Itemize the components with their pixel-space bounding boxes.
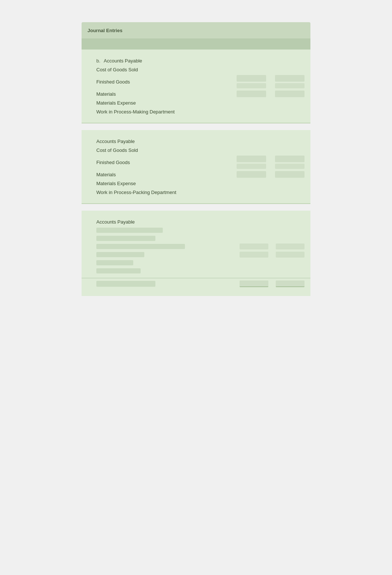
mat1-val2	[275, 91, 305, 97]
header-bar: Journal Entries	[82, 22, 310, 38]
blurred-row-2	[82, 234, 310, 242]
fg2-val1b	[237, 164, 266, 169]
item-row-wip-packing: Work in Process-Packing Department	[82, 188, 310, 197]
blurred-row-5	[82, 259, 310, 267]
item-row-accounts-payable-3: Accounts Payable	[82, 217, 310, 226]
fg1-val1	[237, 75, 266, 82]
wip-making-label: Work in Process-Making Department	[96, 109, 305, 115]
section-3: Accounts Payable	[82, 211, 310, 296]
fg2-col1	[237, 156, 266, 169]
materials-1-values	[231, 91, 305, 97]
blurred-val-3b	[276, 244, 305, 249]
blurred-row-4	[82, 251, 310, 259]
item-row-accounts-payable-2: Accounts Payable	[82, 137, 310, 146]
fg2-val2	[275, 156, 305, 162]
item-row-wip-making: Work in Process-Making Department	[82, 107, 310, 116]
materials-1-label: Materials	[96, 91, 231, 97]
section-2: Accounts Payable Cost of Goods Sold Fini…	[82, 130, 310, 204]
mat2-val2	[275, 171, 305, 178]
blurred-val-4a	[240, 252, 268, 258]
materials-2-label: Materials	[96, 172, 231, 177]
fg1-val2	[275, 75, 305, 82]
accounts-payable-3-label: Accounts Payable	[96, 219, 305, 225]
sub-header-bar	[82, 38, 310, 50]
section-letter-b: b.	[96, 58, 100, 64]
blurred-label-1	[96, 228, 163, 233]
fg2-col2	[275, 156, 305, 169]
mat1-val1	[237, 91, 266, 97]
blurred-label-5	[96, 260, 133, 265]
totals-row	[82, 278, 310, 289]
item-row-finished-goods-1: Finished Goods	[82, 74, 310, 89]
finished-goods-2-values	[231, 156, 305, 169]
totals-values	[240, 280, 305, 287]
wip-packing-label: Work in Process-Packing Department	[96, 190, 305, 195]
main-container: Journal Entries b. Accounts Payable Cost…	[82, 22, 310, 296]
header-title: Journal Entries	[87, 28, 123, 33]
blurred-values-4	[240, 252, 305, 258]
item-row-materials-expense-1: Materials Expense	[82, 98, 310, 107]
blurred-label-3	[96, 244, 185, 249]
fg2-val1	[237, 156, 266, 162]
item-row-finished-goods-2: Finished Goods	[82, 154, 310, 170]
accounts-payable-2-label: Accounts Payable	[96, 139, 305, 144]
fg2-val2b	[275, 164, 305, 169]
totals-val-2	[276, 280, 305, 287]
item-row-materials-1: Materials	[82, 89, 310, 98]
fg1-col2	[275, 75, 305, 88]
blurred-val-3a	[240, 244, 268, 249]
item-row-materials-expense-2: Materials Expense	[82, 179, 310, 188]
fg1-val2b	[275, 83, 305, 88]
finished-goods-1-label: Finished Goods	[96, 79, 231, 85]
blurred-label-6	[96, 268, 141, 273]
cost-of-goods-1-label: Cost of Goods Sold	[96, 67, 305, 72]
item-row-accounts-payable-1: b. Accounts Payable	[82, 56, 310, 65]
totals-val-1	[240, 280, 268, 287]
materials-expense-2-label: Materials Expense	[96, 181, 305, 186]
finished-goods-1-values	[231, 75, 305, 88]
accounts-payable-1-label: Accounts Payable	[104, 58, 142, 64]
item-row-cost-of-goods-1: Cost of Goods Sold	[82, 65, 310, 74]
blurred-row-6	[82, 267, 310, 275]
fg1-val1b	[237, 83, 266, 88]
blurred-row-3	[82, 242, 310, 251]
blurred-label-4	[96, 252, 144, 257]
blurred-row-1	[82, 226, 310, 234]
finished-goods-2-label: Finished Goods	[96, 160, 231, 165]
materials-expense-1-label: Materials Expense	[96, 100, 305, 106]
cost-of-goods-2-label: Cost of Goods Sold	[96, 147, 305, 153]
item-row-cost-of-goods-2: Cost of Goods Sold	[82, 146, 310, 154]
totals-label	[96, 281, 155, 287]
mat2-val1	[237, 171, 266, 178]
materials-2-values	[231, 171, 305, 178]
fg1-col1	[237, 75, 266, 88]
item-row-materials-2: Materials	[82, 170, 310, 179]
blurred-val-4b	[276, 252, 305, 258]
blurred-values-3	[240, 244, 305, 249]
blurred-label-2	[96, 236, 155, 241]
section-1: b. Accounts Payable Cost of Goods Sold F…	[82, 50, 310, 123]
